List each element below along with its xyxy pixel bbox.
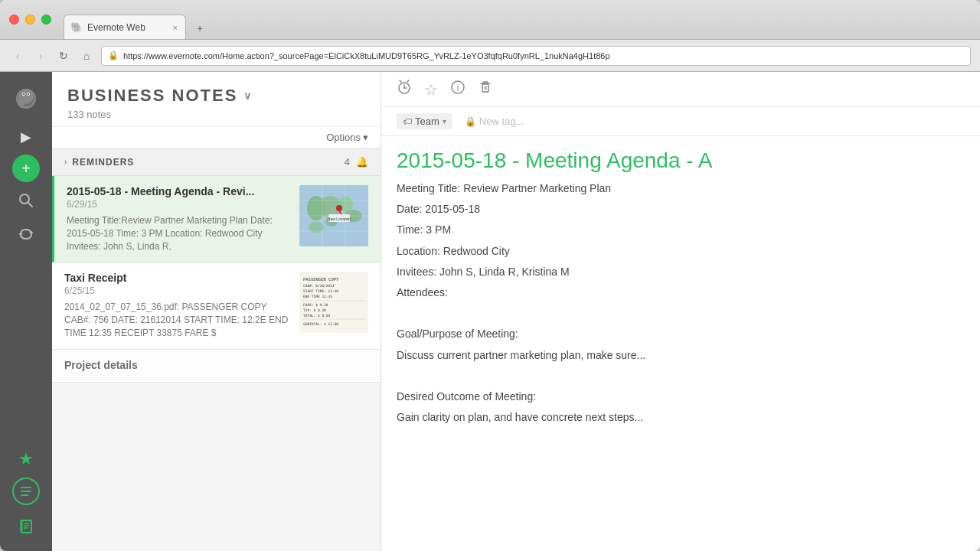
search-icon (18, 192, 34, 209)
note-card-1[interactable]: 2015-05-18 - Meeting Agenda - Revi... 6/… (52, 176, 381, 262)
add-note-button[interactable]: + (12, 155, 40, 182)
tab-label: Evernote Web (87, 22, 145, 33)
note-detail-meta: 🏷 Team ▾ 🔒 New tag... (381, 107, 980, 136)
notebook-dropdown-arrow[interactable]: ∨ (243, 90, 253, 102)
notes-count: 133 notes (67, 109, 365, 120)
svg-text:PASSENGEN COPY: PASSENGEN COPY (303, 277, 339, 282)
notebook-title[interactable]: BUSINESS NOTES ∨ (67, 86, 365, 106)
note-2-title: Taxi Receipt (64, 272, 290, 284)
add-icon: + (21, 160, 31, 178)
note-card-2-content: Taxi Receipt 6/25/15 2014_02_07_07_15_36… (64, 272, 290, 339)
options-button[interactable]: Options ▾ (326, 132, 368, 143)
trash-icon (478, 80, 493, 95)
team-dropdown-icon: ▾ (443, 117, 446, 126)
body-line-7 (397, 304, 965, 323)
svg-marker-11 (18, 233, 23, 236)
tab-close-button[interactable]: × (173, 23, 178, 32)
star-detail-icon[interactable]: ☆ (424, 80, 438, 99)
body-line-8: Goal/Purpose of Meeting: (397, 324, 965, 344)
titlebar: 🐘 Evernote Web × + (0, 0, 980, 40)
tag-icon: 🏷 (403, 116, 412, 127)
map-image: New Location (299, 185, 368, 246)
svg-text:New Location: New Location (328, 217, 351, 221)
body-line-9: Discuss current partner marketing plan, … (397, 346, 965, 365)
maximize-button[interactable] (41, 15, 51, 24)
note-card-3[interactable]: Project details (52, 350, 381, 383)
svg-line-50 (400, 80, 401, 82)
note-2-preview: 2014_02_07_07_15_36.pdf: PASSENGER COPY … (64, 301, 290, 339)
notes-view-button[interactable] (12, 478, 40, 505)
info-icon[interactable]: i (450, 80, 466, 99)
body-line-2: Date: 2015-05-18 (397, 200, 965, 219)
reminders-left: › REMINDERS (64, 157, 134, 168)
body-line-3: Time: 3 PM (397, 220, 965, 240)
reminders-bar[interactable]: › REMINDERS 4 🔔 (52, 148, 381, 176)
options-arrow: ▾ (363, 132, 368, 143)
notes-list-icon (19, 484, 33, 498)
home-button[interactable]: ⌂ (78, 47, 95, 64)
forward-button[interactable]: › (32, 47, 49, 64)
cursor-area: ▶ (21, 126, 31, 148)
svg-point-3 (18, 97, 24, 108)
body-line-4: Location: Redwood City (397, 242, 965, 261)
svg-text:END TIME     12:35: END TIME 12:35 (303, 295, 332, 298)
note-detail-panel: ☆ i (381, 72, 980, 551)
refresh-button[interactable]: ↻ (55, 47, 72, 64)
svg-text:START TIME:  12:30: START TIME: 12:30 (303, 289, 338, 293)
sync-icon (18, 226, 34, 243)
svg-point-7 (28, 93, 29, 95)
note-1-preview: Meeting Title:Review Partner Marketing P… (67, 214, 290, 253)
svg-text:TOTAL:  $ 9.50: TOTAL: $ 9.50 (303, 314, 331, 318)
tab-favicon: 🐘 (70, 21, 83, 33)
team-tag-label: Team (415, 116, 439, 127)
body-line-11: Desired Outcome of Meeting: (397, 387, 965, 406)
search-button[interactable] (11, 185, 41, 216)
new-tag-input[interactable]: 🔒 New tag... (465, 116, 524, 127)
svg-rect-14 (21, 494, 28, 496)
shortcuts-button[interactable] (11, 219, 41, 249)
svg-text:CAB#:        6/26/2014: CAB#: 6/26/2014 (303, 284, 335, 288)
new-tag-placeholder: New tag... (479, 116, 524, 127)
tab-bar: 🐘 Evernote Web × + (64, 0, 211, 39)
url-bar[interactable]: 🔒 https://www.evernote.com/Home.action?_… (101, 46, 971, 66)
en-sidebar: ▶ + (0, 72, 52, 551)
svg-line-51 (407, 80, 409, 82)
svg-text:SUBTOTAL: $ 12.60: SUBTOTAL: $ 12.60 (303, 322, 338, 326)
svg-rect-55 (482, 84, 488, 92)
svg-text:TIP:    $ 0.20: TIP: $ 0.20 (303, 308, 326, 312)
team-tag[interactable]: 🏷 Team ▾ (397, 113, 452, 129)
note-detail-toolbar: ☆ i (381, 72, 980, 107)
reminders-expand-icon: › (64, 158, 67, 166)
note-list-toolbar: Options ▾ (52, 127, 381, 148)
starred-button[interactable]: ★ (11, 444, 41, 474)
back-button[interactable]: ‹ (9, 47, 26, 64)
reminders-count: 4 (345, 156, 350, 168)
new-tab-button[interactable]: + (189, 18, 211, 39)
note-2-date: 6/25/15 (64, 285, 290, 296)
body-line-1: Meeting Title: Review Partner Marketing … (397, 179, 965, 198)
note-detail-body[interactable]: Meeting Title: Review Partner Marketing … (381, 179, 980, 551)
browser-tab[interactable]: 🐘 Evernote Web × (64, 15, 186, 39)
reminder-icon[interactable] (397, 80, 412, 99)
svg-text:FARE:   $ 9.30: FARE: $ 9.30 (303, 303, 328, 307)
url-text: https://www.evernote.com/Home.action?_so… (123, 51, 610, 60)
minimize-button[interactable] (25, 15, 35, 24)
note-2-thumbnail: PASSENGEN COPY CAB#: 6/26/2014 START TIM… (299, 272, 368, 333)
notebook-icon (18, 519, 34, 534)
note-list-panel: BUSINESS NOTES ∨ 133 notes Options ▾ › R… (52, 72, 381, 551)
options-label: Options (326, 132, 361, 143)
notebook-button[interactable] (11, 511, 41, 542)
address-bar: ‹ › ↻ ⌂ 🔒 https://www.evernote.com/Home.… (0, 40, 980, 72)
note-card-2[interactable]: Taxi Receipt 6/25/15 2014_02_07_07_15_36… (52, 262, 381, 349)
delete-icon[interactable] (478, 80, 493, 99)
svg-rect-13 (21, 491, 31, 492)
evernote-logo[interactable] (10, 81, 42, 113)
lock-tag-icon: 🔒 (465, 116, 476, 127)
reminders-label: REMINDERS (72, 157, 134, 168)
svg-point-32 (336, 205, 342, 211)
reminders-right: 4 🔔 (345, 156, 368, 168)
note-1-title: 2015-05-18 - Meeting Agenda - Revi... (67, 185, 290, 197)
note-card-3-content: Project details (64, 359, 368, 373)
close-button[interactable] (9, 15, 19, 24)
note-detail-title[interactable]: 2015-05-18 - Meeting Agenda - A (381, 136, 980, 179)
